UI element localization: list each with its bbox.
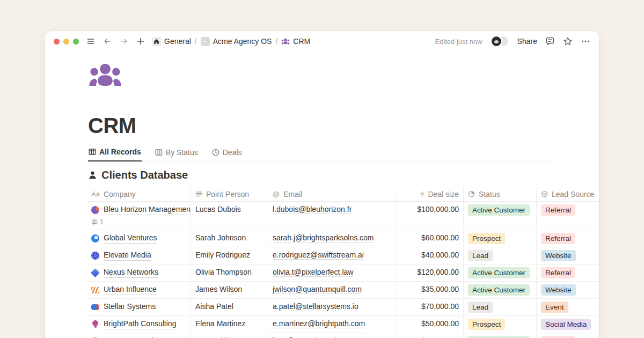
lead-source-badge[interactable]: Social Media xyxy=(541,319,591,330)
status-cell[interactable]: Active Customer xyxy=(464,282,537,298)
company-cell[interactable]: BrightPath Consulting xyxy=(88,316,191,333)
lead-source-badge[interactable]: Website xyxy=(541,284,576,296)
tab-all-records[interactable]: All Records xyxy=(88,146,142,161)
company-name[interactable]: BrightPath Consulting xyxy=(104,319,176,329)
new-page-icon[interactable] xyxy=(136,37,145,46)
breadcrumb-general[interactable]: General xyxy=(152,37,191,46)
email-cell[interactable]: sarah.j@brightsparksolns.com xyxy=(268,230,397,247)
close-window-button[interactable] xyxy=(54,39,60,45)
forward-icon[interactable] xyxy=(120,37,128,46)
deal-size-cell[interactable]: $120,000.00 xyxy=(397,264,464,281)
lead-source-cell[interactable]: Referral xyxy=(537,230,599,247)
lead-source-badge[interactable]: Referral xyxy=(541,336,575,338)
company-cell[interactable]: Urban Influence xyxy=(88,282,191,298)
status-badge[interactable]: Active Customer xyxy=(468,284,530,296)
email-link[interactable]: sarah.j@brightsparksolns.com xyxy=(273,233,374,243)
more-options-icon[interactable] xyxy=(581,36,590,46)
tab-deals[interactable]: Deals xyxy=(211,146,243,161)
company-name[interactable]: Global Ventures xyxy=(104,233,157,244)
email-cell[interactable]: e.rodriguez@swiftstream.ai xyxy=(268,247,397,264)
deal-size-cell[interactable]: $35,000.00 xyxy=(397,282,464,298)
lead-source-cell[interactable]: Referral xyxy=(537,333,599,338)
column-header-lead-source[interactable]: Lead Source xyxy=(537,187,599,201)
page-people-group-icon[interactable] xyxy=(88,63,122,90)
company-name[interactable]: Bleu Horizon Management xyxy=(104,204,191,215)
page-title[interactable]: CRM xyxy=(88,114,599,138)
email-link[interactable]: olivia.t@pixelperfect.law xyxy=(273,268,353,277)
comment-count[interactable]: 1 xyxy=(91,217,186,227)
point-person-cell[interactable]: James Wilson xyxy=(191,282,268,298)
status-cell[interactable]: Active Customer xyxy=(464,264,537,281)
email-link[interactable]: e.rodriguez@swiftstream.ai xyxy=(273,251,364,260)
company-name[interactable]: Elevate Media xyxy=(104,250,151,261)
status-badge[interactable]: Prospect xyxy=(468,233,505,244)
lead-source-cell[interactable]: Website xyxy=(537,247,599,264)
database-title[interactable]: Clients Database xyxy=(88,169,599,181)
column-header-email[interactable]: @ Email xyxy=(268,187,397,201)
email-link[interactable]: a.patel@stellarsystems.io xyxy=(273,302,358,311)
tab-by-status[interactable]: By Status xyxy=(155,146,199,161)
point-person-cell[interactable]: Olivia Thompson xyxy=(191,264,268,281)
status-cell[interactable]: Prospect xyxy=(464,230,537,247)
breadcrumb-acme-agency-os[interactable]: Acme Agency OS xyxy=(201,37,272,46)
email-link[interactable]: jwilson@quantumquill.com xyxy=(273,285,362,294)
lead-source-badge[interactable]: Website xyxy=(541,250,576,261)
point-person-cell[interactable]: Jenn Whitmore xyxy=(191,333,268,338)
comments-icon[interactable] xyxy=(545,36,555,46)
status-badge[interactable]: Active Customer xyxy=(468,336,530,338)
sidebar-menu-icon[interactable] xyxy=(86,37,95,46)
lead-source-badge[interactable]: Referral xyxy=(541,204,575,216)
status-cell[interactable]: Lead xyxy=(464,247,537,264)
status-badge[interactable]: Lead xyxy=(468,250,493,261)
zoom-window-button[interactable] xyxy=(73,39,79,45)
minimize-window-button[interactable] xyxy=(63,39,69,45)
company-cell[interactable]: Stellar Systems xyxy=(88,299,191,315)
company-cell[interactable]: Nexus Networks xyxy=(88,264,191,281)
column-header-status[interactable]: Status xyxy=(464,187,537,201)
lead-source-badge[interactable]: Referral xyxy=(541,267,575,278)
company-cell[interactable]: Global Ventures xyxy=(88,230,191,247)
lead-source-cell[interactable]: Social Media xyxy=(537,316,599,333)
status-cell[interactable]: Active Customer xyxy=(464,333,537,338)
email-cell[interactable]: olivia.t@pixelperfect.law xyxy=(268,264,397,281)
point-person-cell[interactable]: Emily Rodriguez xyxy=(191,247,268,264)
status-badge[interactable]: Lead xyxy=(468,302,493,313)
collaborator-avatars[interactable] xyxy=(491,35,509,47)
status-badge[interactable]: Prospect xyxy=(468,319,505,330)
back-icon[interactable] xyxy=(103,37,112,46)
column-header-point-person[interactable]: Point Person xyxy=(191,187,268,201)
share-button[interactable]: Share xyxy=(517,37,537,46)
deal-size-cell[interactable]: $45,000.00 xyxy=(397,333,464,338)
status-badge[interactable]: Active Customer xyxy=(468,267,530,278)
point-person-cell[interactable]: Lucas Dubois xyxy=(191,202,268,230)
company-name[interactable]: Nexus Networks xyxy=(104,267,158,278)
favorite-star-icon[interactable] xyxy=(563,36,573,46)
email-cell[interactable]: jenn@vertexinnov.io xyxy=(268,333,397,338)
deal-size-cell[interactable]: $70,000.00 xyxy=(397,299,464,315)
lead-source-cell[interactable]: Event xyxy=(537,299,599,315)
company-name[interactable]: Vertex Innovations xyxy=(104,336,165,338)
deal-size-cell[interactable]: $40,000.00 xyxy=(397,247,464,264)
point-person-cell[interactable]: Elena Martinez xyxy=(191,316,268,333)
status-badge[interactable]: Active Customer xyxy=(468,204,530,216)
email-cell[interactable]: jwilson@quantumquill.com xyxy=(268,282,397,298)
lead-source-badge[interactable]: Event xyxy=(541,302,568,313)
email-cell[interactable]: l.dubois@bleuhorizon.fr xyxy=(268,202,397,230)
column-header-deal-size[interactable]: Deal size # xyxy=(397,187,464,201)
breadcrumb-crm[interactable]: CRM xyxy=(281,37,310,46)
email-link[interactable]: l.dubois@bleuhorizon.fr xyxy=(273,205,352,214)
point-person-cell[interactable]: Aisha Patel xyxy=(191,299,268,315)
email-cell[interactable]: e.martinez@brightpath.com xyxy=(268,316,397,333)
email-cell[interactable]: a.patel@stellarsystems.io xyxy=(268,299,397,315)
lead-source-cell[interactable]: Referral xyxy=(537,202,599,230)
company-cell[interactable]: Vertex Innovations xyxy=(88,333,191,338)
company-name[interactable]: Stellar Systems xyxy=(104,302,156,312)
status-cell[interactable]: Active Customer xyxy=(464,202,537,230)
deal-size-cell[interactable]: $60,000.00 xyxy=(397,230,464,247)
lead-source-badge[interactable]: Referral xyxy=(541,233,575,244)
company-cell[interactable]: Bleu Horizon Management 1 xyxy=(88,202,191,230)
company-cell[interactable]: Elevate Media xyxy=(88,247,191,264)
email-link[interactable]: e.martinez@brightpath.com xyxy=(273,319,365,328)
lead-source-cell[interactable]: Referral xyxy=(537,264,599,281)
deal-size-cell[interactable]: $100,000.00 xyxy=(397,202,464,230)
